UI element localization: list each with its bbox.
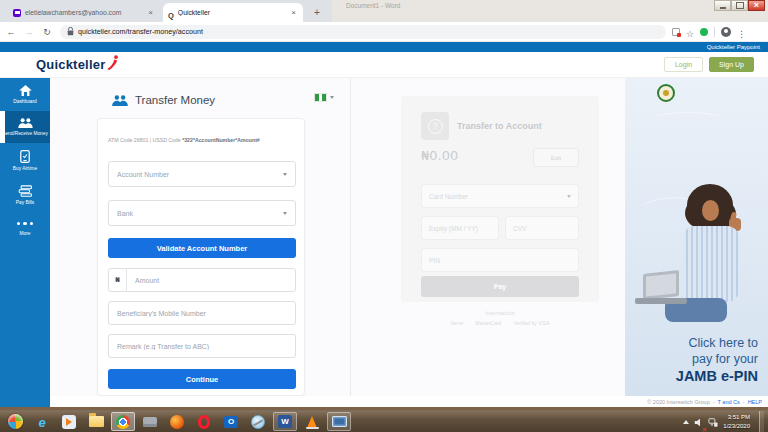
continue-button[interactable]: Continue <box>108 369 296 389</box>
speaker-muted-icon[interactable] <box>694 413 703 431</box>
toolbar-divider <box>714 27 715 37</box>
bookmark-star-icon[interactable] <box>686 23 694 41</box>
sidebar-item-send-receive-money[interactable]: Send/Receive Money <box>0 111 50 143</box>
gallery-icon <box>143 417 157 427</box>
minimize-icon[interactable] <box>714 0 731 11</box>
terms-link[interactable]: T and Cs <box>718 399 740 405</box>
chalk-scribble <box>653 112 723 128</box>
mastercard-logo: MasterCard <box>475 320 501 326</box>
tray-chevron-up-icon[interactable] <box>683 420 689 424</box>
sidebar-item-label: Send/Receive Money <box>2 131 48 137</box>
laptop-screen <box>643 270 679 300</box>
taskbar-vlc[interactable] <box>300 412 324 431</box>
amount-input[interactable] <box>127 277 295 284</box>
lock-icon <box>67 27 74 36</box>
student-photo <box>625 174 768 336</box>
url-bar[interactable]: quickteller.com/transfer-money/account <box>60 25 666 39</box>
ussd-note-prefix: ATM Code 26801 | USSD Code <box>108 137 182 143</box>
chrome-icon <box>116 415 130 429</box>
jamb-crest-icon <box>657 84 675 102</box>
ussd-note-code: *322*AccountNumber*Amount# <box>182 137 260 143</box>
window-controls <box>714 0 765 11</box>
taskbar-opera[interactable] <box>192 412 216 431</box>
taskbar-clock[interactable]: 3:51 PM 1/23/2020 <box>723 413 750 430</box>
help-icon: ? <box>421 112 449 140</box>
banner-line3: JAMB e-PIN <box>625 367 758 386</box>
browser-menu-icon[interactable] <box>737 23 746 41</box>
quickteller-logo[interactable]: Quickteller <box>36 57 119 72</box>
sidebar-item-more[interactable]: More <box>0 212 50 243</box>
card-scheme-row: Verve MasterCard Verified by VISA <box>401 320 599 326</box>
windows-start-icon <box>8 414 23 429</box>
tab-close-icon[interactable] <box>289 8 298 17</box>
beneficiary-mobile-input[interactable] <box>109 310 295 317</box>
taskbar-outlook[interactable] <box>219 412 243 431</box>
translate-icon[interactable] <box>672 28 680 36</box>
signup-button[interactable]: Sign Up <box>709 57 754 72</box>
amount-field: ₦ <box>108 268 296 292</box>
tab-email-title: eletielawchambers@yahoo.com <box>25 9 142 16</box>
help-link[interactable]: HELP <box>748 399 762 405</box>
account-number-select[interactable]: Account Number <box>108 161 296 187</box>
back-icon[interactable] <box>4 27 18 37</box>
network-icon[interactable] <box>708 413 718 431</box>
bank-placeholder: Bank <box>117 210 283 217</box>
country-selector[interactable] <box>314 93 334 102</box>
start-button[interactable] <box>3 412 27 431</box>
more-dots-icon <box>17 219 33 228</box>
payment-amount: ₦0.00 <box>421 148 458 163</box>
tab-quickteller[interactable]: Quickteller <box>163 3 303 22</box>
visa-logo: Verified by VISA <box>513 320 549 326</box>
sidebar-item-dashboard[interactable]: Dashboard <box>0 78 50 111</box>
interswitch-logo: Interswitch <box>401 310 599 316</box>
taskbar-firefox[interactable] <box>165 412 189 431</box>
taskbar-chrome[interactable] <box>111 412 135 431</box>
windows-taskbar: 3:51 PM 1/23/2020 <box>0 410 768 432</box>
show-desktop-button[interactable] <box>759 411 764 432</box>
extension-icon[interactable] <box>700 28 708 36</box>
media-player-icon <box>62 415 76 429</box>
student-shirt <box>683 226 739 302</box>
site-header: Quickteller Login Sign Up <box>0 52 768 78</box>
close-icon[interactable] <box>748 0 765 11</box>
globe-icon <box>251 415 265 429</box>
remark-input[interactable] <box>109 343 295 350</box>
tab-close-icon[interactable] <box>146 8 155 17</box>
payment-card: ? Transfer to Account ₦0.00 Edit Card Nu… <box>401 96 599 302</box>
taskbar-globe-app[interactable] <box>246 412 270 431</box>
taskbar-gallery[interactable] <box>138 412 162 431</box>
validate-account-button[interactable]: Validate Account Number <box>108 238 296 258</box>
logo-text: Quickteller <box>36 57 105 72</box>
runner-icon <box>106 55 119 70</box>
new-tab-button[interactable] <box>310 5 324 19</box>
taskbar-display-app[interactable] <box>327 412 351 431</box>
sidebar-item-label: Pay Bills <box>16 200 34 206</box>
banner-line1: Click here to <box>625 336 758 352</box>
sidebar-item-pay-bills[interactable]: Pay Bills <box>0 178 50 212</box>
quickteller-favicon-icon <box>168 4 174 22</box>
chevron-down-icon <box>567 195 571 198</box>
card-number-select: Card Number <box>421 184 579 208</box>
taskbar-media-player[interactable] <box>57 412 81 431</box>
login-button[interactable]: Login <box>664 57 703 72</box>
paypoint-link[interactable]: Quickteller Paypoint <box>707 44 760 50</box>
sidebar-item-buy-airtime[interactable]: Buy Airtime <box>0 143 50 178</box>
system-tray: 3:51 PM 1/23/2020 <box>683 411 768 432</box>
taskbar-file-explorer[interactable] <box>84 412 108 431</box>
outlook-icon <box>224 416 238 428</box>
reload-icon[interactable] <box>40 27 54 37</box>
bank-select[interactable]: Bank <box>108 200 296 226</box>
profile-avatar-icon[interactable] <box>721 27 731 37</box>
chevron-down-icon <box>283 212 287 215</box>
browser-tabstrip: eletielawchambers@yahoo.com Quickteller <box>0 0 332 22</box>
mail-favicon-icon <box>13 9 21 17</box>
jamb-promo-banner[interactable]: Click here to pay for your JAMB e-PIN <box>625 78 768 396</box>
transfer-people-icon <box>112 95 128 106</box>
footer-separator: - <box>713 399 715 405</box>
payment-scheme-logos: Interswitch Verve MasterCard Verified by… <box>401 310 599 326</box>
taskbar-word[interactable] <box>273 412 297 431</box>
taskbar-internet-explorer[interactable] <box>30 412 54 431</box>
sidebar-item-label: Dashboard <box>13 99 36 105</box>
maximize-icon[interactable] <box>731 0 748 11</box>
tab-email[interactable]: eletielawchambers@yahoo.com <box>8 3 160 22</box>
